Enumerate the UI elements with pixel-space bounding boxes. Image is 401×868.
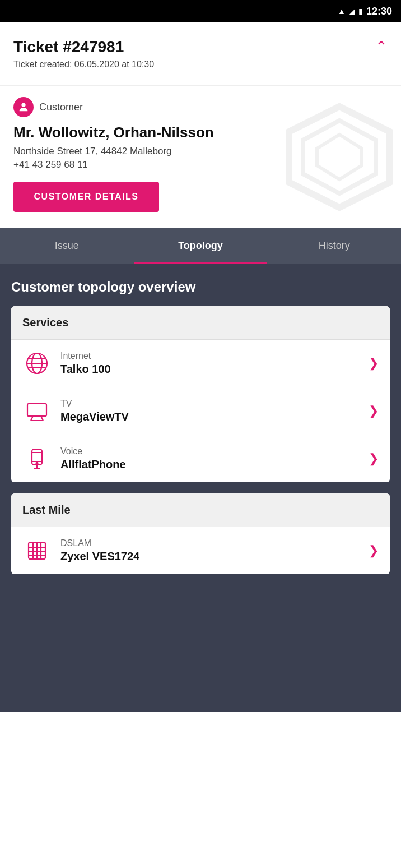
- customer-label-row: Customer: [13, 97, 388, 117]
- chevron-right-tv: ❯: [369, 404, 379, 418]
- service-text-internet: Internet Talko 100: [60, 351, 369, 376]
- status-time: 12:30: [366, 6, 392, 17]
- tab-bar: Issue Topology History: [0, 228, 401, 264]
- ticket-title: Ticket #247981: [13, 38, 388, 56]
- customer-avatar-icon: [13, 97, 34, 117]
- ticket-created: Ticket created: 06.05.2020 at 10:30: [13, 59, 388, 70]
- main-content: Customer topology overview Services Inte…: [0, 264, 401, 712]
- svg-line-11: [41, 416, 43, 421]
- chevron-right-internet: ❯: [369, 356, 379, 371]
- svg-point-3: [21, 103, 25, 107]
- wifi-icon: ▲: [338, 7, 346, 16]
- svg-rect-9: [27, 404, 46, 416]
- svg-line-10: [31, 416, 33, 421]
- dslam-icon: [22, 536, 52, 565]
- tab-history[interactable]: History: [267, 228, 401, 264]
- customer-phone: +41 43 259 68 11: [13, 159, 388, 170]
- service-row-internet[interactable]: Internet Talko 100 ❯: [11, 340, 390, 387]
- customer-address: Northside Street 17, 44842 Malleborg: [13, 146, 388, 157]
- last-mile-card: Last Mile DSLAM Zyxel VES1724 ❯: [11, 493, 390, 574]
- tab-issue[interactable]: Issue: [0, 228, 134, 264]
- tab-topology[interactable]: Topology: [134, 228, 268, 264]
- customer-section: Customer Mr. Wollowitz, Orhan-Nilsson No…: [0, 86, 401, 228]
- collapse-button[interactable]: ⌃: [375, 38, 388, 56]
- internet-icon: [22, 349, 52, 378]
- ticket-header: Ticket #247981 Ticket created: 06.05.202…: [0, 22, 401, 86]
- last-mile-card-header: Last Mile: [11, 493, 390, 527]
- service-row-tv[interactable]: TV MegaViewTV ❯: [11, 387, 390, 435]
- status-icons: ▲ ◢ ▮ 12:30: [338, 6, 392, 17]
- signal-icon: ◢: [349, 7, 355, 16]
- battery-icon: ▮: [358, 7, 363, 16]
- service-text-voice: Voice AllflatPhone: [60, 446, 369, 471]
- service-row-dslam[interactable]: DSLAM Zyxel VES1724 ❯: [11, 527, 390, 574]
- tv-icon: [22, 396, 52, 426]
- topology-section-title: Customer topology overview: [11, 279, 390, 295]
- services-card-header: Services: [11, 306, 390, 340]
- status-bar: ▲ ◢ ▮ 12:30: [0, 0, 401, 22]
- customer-details-button[interactable]: CUSTOMER DETAILS: [13, 182, 159, 212]
- chevron-right-voice: ❯: [369, 451, 379, 466]
- voice-icon: [22, 444, 52, 473]
- svg-point-18: [36, 463, 38, 464]
- services-card: Services Internet Talko 100 ❯: [11, 306, 390, 482]
- service-text-tv: TV MegaViewTV: [60, 399, 369, 423]
- service-row-voice[interactable]: Voice AllflatPhone ❯: [11, 435, 390, 482]
- customer-name: Mr. Wollowitz, Orhan-Nilsson: [13, 124, 388, 141]
- service-text-dslam: DSLAM Zyxel VES1724: [60, 538, 369, 563]
- person-icon: [17, 101, 30, 113]
- chevron-right-dslam: ❯: [369, 543, 379, 558]
- customer-label: Customer: [39, 101, 83, 113]
